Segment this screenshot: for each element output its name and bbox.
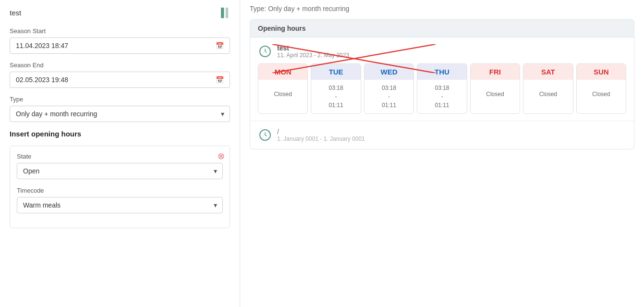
timecode-select-wrapper: Warm meals Cold meals Beverages ▾ <box>17 197 223 213</box>
time-range-wed: 03:18-01:11 <box>382 84 396 110</box>
day-body-sun: Closed <box>577 80 626 109</box>
schedule1-dates: 11. April 2023 - 2. May 2023 <box>277 52 349 59</box>
day-body-mon: Closed <box>258 80 307 109</box>
season-end-group: Season End 02.05.2023 19:48 📅 <box>10 61 230 88</box>
timecode-label: Timecode <box>17 187 223 194</box>
day-card-thu: THU03:18-01:11 <box>417 63 467 114</box>
opening-hours-section: Opening hours test 11. April 2023 - 2. M… <box>250 19 634 149</box>
type-label: Type <box>10 96 230 103</box>
clock-icon-2 <box>258 128 272 142</box>
season-start-value: 11.04.2023 18:47 <box>16 42 68 49</box>
season-start-group: Season Start 11.04.2023 18:47 📅 <box>10 27 230 54</box>
insert-heading: Insert opening hours <box>10 130 230 138</box>
state-group: State Open Closed ▾ <box>17 153 223 179</box>
schedule2-info: / 1. January 0001 - 1. January 0001 <box>277 128 365 142</box>
type-info: Type: Only day + month recurring <box>250 5 634 12</box>
time-range-thu: 03:18-01:11 <box>435 84 449 110</box>
type-select-wrapper: Only day + month recurring Day recurring… <box>10 106 230 122</box>
day-body-sat: Closed <box>523 80 572 109</box>
schedule1-item: test 11. April 2023 - 2. May 2023 <box>258 44 626 59</box>
day-header-mon: MON <box>258 64 307 80</box>
timecode-select[interactable]: Warm meals Cold meals Beverages <box>17 197 223 213</box>
day-card-sat: SATClosed <box>523 63 573 114</box>
schedule1-row: test 11. April 2023 - 2. May 2023 MONClo… <box>250 37 634 121</box>
day-header-tue: TUE <box>311 64 360 80</box>
season-start-input[interactable]: 11.04.2023 18:47 📅 <box>10 37 230 54</box>
clock-icon-1 <box>258 44 272 59</box>
type-group: Type Only day + month recurring Day recu… <box>10 96 230 122</box>
days-grid: MONClosedTUE03:18-01:11WED03:18-01:11THU… <box>258 63 626 114</box>
schedule1-name: test <box>277 44 349 52</box>
state-label: State <box>17 153 223 160</box>
day-card-sun: SUNClosed <box>576 63 626 114</box>
day-header-sun: SUN <box>577 64 626 80</box>
day-body-tue: 03:18-01:11 <box>311 80 360 113</box>
calendar-icon-start: 📅 <box>216 42 224 49</box>
state-select[interactable]: Open Closed <box>17 163 223 179</box>
right-panel: Type: Only day + month recurring Opening… <box>240 0 644 307</box>
day-body-wed: 03:18-01:11 <box>365 80 413 113</box>
day-card-tue: TUE03:18-01:11 <box>311 63 361 114</box>
day-card-fri: FRIClosed <box>470 63 520 114</box>
insert-heading-group: Insert opening hours <box>10 130 230 138</box>
schedule-title: test <box>10 9 21 17</box>
season-end-value: 02.05.2023 19:48 <box>16 76 68 84</box>
day-card-wed: WED03:18-01:11 <box>364 63 414 114</box>
type-select[interactable]: Only day + month recurring Day recurring… <box>10 106 230 122</box>
calendar-icon-end: 📅 <box>216 76 224 84</box>
day-header-wed: WED <box>365 64 413 80</box>
schedule2-item: / 1. January 0001 - 1. January 0001 <box>258 128 626 142</box>
time-range-tue: 03:18-01:11 <box>329 84 343 110</box>
chart-icon: ▐║ <box>218 8 230 18</box>
opening-hours-header: Opening hours <box>250 20 634 37</box>
schedule2-name: / <box>277 128 365 135</box>
day-body-thu: 03:18-01:11 <box>417 80 466 113</box>
insert-box: ⊗ State Open Closed ▾ Timecode Warm meal… <box>10 146 230 228</box>
remove-button[interactable]: ⊗ <box>218 151 225 161</box>
left-panel: test ▐║ Season Start 11.04.2023 18:47 📅 … <box>0 0 240 307</box>
day-body-fri: Closed <box>471 80 520 109</box>
day-header-sat: SAT <box>523 64 572 80</box>
schedule1-info: test 11. April 2023 - 2. May 2023 <box>277 44 349 59</box>
state-select-wrapper: Open Closed ▾ <box>17 163 223 179</box>
season-end-label: Season End <box>10 61 230 69</box>
day-card-mon: MONClosed <box>258 63 308 114</box>
season-start-label: Season Start <box>10 27 230 35</box>
season-end-input[interactable]: 02.05.2023 19:48 📅 <box>10 72 230 88</box>
schedule2-dates: 1. January 0001 - 1. January 0001 <box>277 135 365 142</box>
title-row: test ▐║ <box>10 5 230 21</box>
timecode-group: Timecode Warm meals Cold meals Beverages… <box>17 187 223 213</box>
schedule2-row: / 1. January 0001 - 1. January 0001 <box>250 121 634 149</box>
day-header-fri: FRI <box>471 64 520 80</box>
day-header-thu: THU <box>417 64 466 80</box>
